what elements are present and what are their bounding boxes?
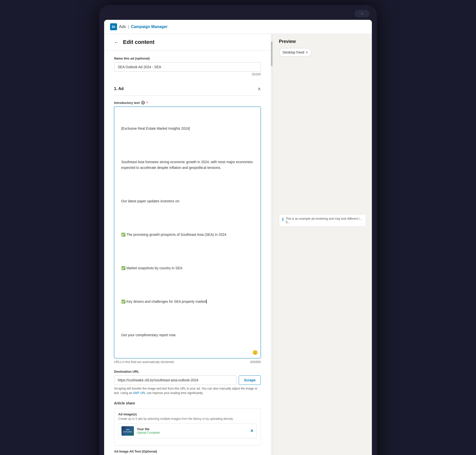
ad-images-label: Ad image(s) <box>118 412 257 416</box>
text-content: [Exclusive Real Estate Market Insights 2… <box>118 110 257 355</box>
linkedin-header: in Ads | Campaign Manager <box>104 20 372 34</box>
url-hint: Scraping will transfer the image and tex… <box>114 386 261 395</box>
info-icon: ℹ <box>282 217 284 222</box>
alt-text-label: Ad Image Alt Text (Optional) <box>114 450 261 453</box>
browser-window: in Ads | Campaign Manager ← Edit content… <box>104 20 372 455</box>
destination-url-input[interactable] <box>114 375 237 385</box>
page-header: ← Edit content <box>104 34 271 51</box>
main-content: ← Edit content Name this ad (optional) 2… <box>104 34 372 455</box>
textarea-wrapper: [Exclusive Real Estate Market Insights 2… <box>114 107 261 358</box>
file-remove-button[interactable]: ✕ <box>250 428 253 433</box>
back-button[interactable]: ← <box>114 39 119 45</box>
left-panel: ← Edit content Name this ad (optional) 2… <box>104 34 271 455</box>
file-thumbnail: SEAOUTLOOK <box>121 426 134 436</box>
section-number: 1. Ad <box>114 87 124 91</box>
chevron-down-icon: ▾ <box>306 51 308 54</box>
introductory-text-group: Introductory text ? * [Exclusive Real Es… <box>114 101 261 364</box>
file-status: Upload Complete <box>137 431 247 434</box>
page-title: Edit content <box>123 39 154 45</box>
preview-dropdown[interactable]: Desktop Feed ▾ <box>279 48 311 57</box>
required-indicator: * <box>147 101 148 105</box>
camera-dot <box>361 12 363 15</box>
introductory-text-label: Introductory text ? * <box>114 101 261 105</box>
file-info: Your file Upload Complete <box>137 427 247 434</box>
linkedin-logo: in <box>110 23 117 30</box>
introductory-help-icon[interactable]: ? <box>141 101 145 105</box>
file-thumb-content: SEAOUTLOOK <box>123 428 133 433</box>
amp-url-link[interactable]: AMP URL <box>133 391 146 395</box>
form-area: Name this ad (optional) 25/255 1. Ad ∧ <box>104 51 271 455</box>
ad-images-hint: Create up to 5 ads by selecting multiple… <box>118 417 257 421</box>
section-header: 1. Ad ∧ <box>114 82 261 96</box>
device-top-bar <box>104 10 372 17</box>
preview-dropdown-label: Desktop Feed <box>283 50 304 54</box>
right-panel: Preview Desktop Feed ▾ ℹ This is an exam… <box>273 34 372 455</box>
article-share-box: Ad image(s) Create up to 5 ads by select… <box>114 408 261 446</box>
article-share-section: Article share Ad image(s) Create up to 5… <box>114 401 261 446</box>
device-frame: in Ads | Campaign Manager ← Edit content… <box>99 5 377 455</box>
scroll-thumb[interactable] <box>271 41 272 66</box>
url-auto-shorten-hint: URLs in this field are automatically sho… <box>114 360 175 364</box>
scrollbar[interactable] <box>271 34 273 455</box>
article-share-title: Article share <box>114 401 261 405</box>
preview-notice: ℹ This is an example ad rendering and ma… <box>279 214 366 227</box>
alt-text-group: Ad Image Alt Text (Optional) 0/300 <box>114 450 261 455</box>
destination-url-group: Destination URL Scrape Scraping will tra… <box>114 370 261 395</box>
ad-name-label: Name this ad (optional) <box>114 57 261 60</box>
collapse-icon[interactable]: ∧ <box>258 86 261 91</box>
ad-name-input[interactable] <box>114 62 261 72</box>
preview-area <box>279 61 366 210</box>
ad-name-group: Name this ad (optional) 25/255 <box>114 57 261 76</box>
scrape-button[interactable]: Scrape <box>239 375 261 385</box>
file-name: Your file <box>137 427 247 431</box>
intro-char-count: 426/600 <box>250 360 261 364</box>
url-row: Scrape <box>114 375 261 385</box>
header-separator: | <box>128 24 129 30</box>
destination-url-label: Destination URL <box>114 370 261 373</box>
introductory-text-textarea[interactable]: [Exclusive Real Estate Market Insights 2… <box>114 107 261 358</box>
header-prefix: Ads <box>119 25 126 29</box>
header-title: Campaign Manager <box>131 25 168 29</box>
device-camera <box>355 10 369 17</box>
ad-name-char-count: 25/255 <box>114 73 261 76</box>
emoji-icon[interactable]: 🙂 <box>252 350 258 355</box>
preview-notice-text: This is an example ad rendering and may … <box>286 217 363 224</box>
file-item: SEAOUTLOOK Your file Upload Complete ✕ <box>118 424 257 438</box>
preview-header: Preview <box>279 39 366 44</box>
